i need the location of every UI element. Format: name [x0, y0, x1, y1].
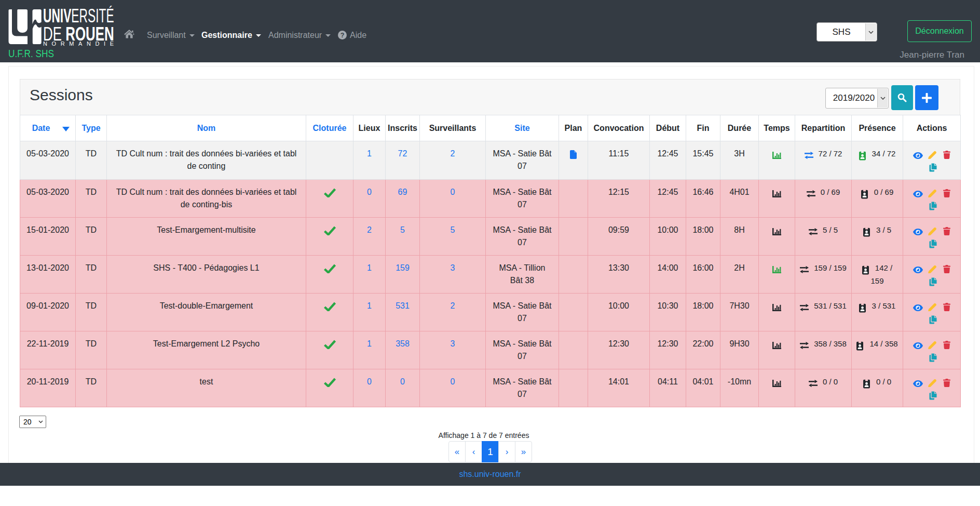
svg-text:?: ?: [341, 32, 345, 39]
